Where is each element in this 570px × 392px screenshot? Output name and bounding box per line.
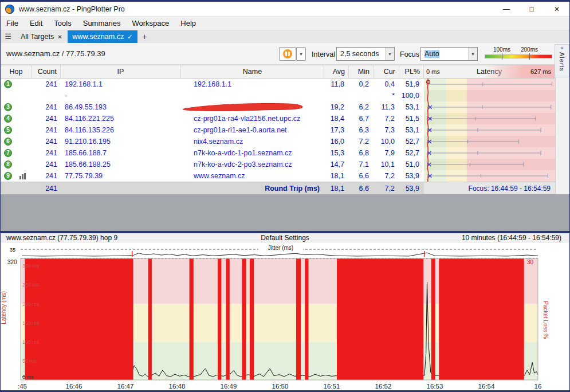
pause-button[interactable] [279, 47, 296, 61]
cell-cur: * [374, 92, 399, 100]
cell-min: 6,8 [349, 149, 374, 157]
cell-count: 241 [32, 138, 61, 146]
focus-range-text: Focus: 16:44:59 - 16:54:59 [469, 185, 551, 193]
col-header-min[interactable]: Min [349, 65, 374, 78]
tab-all-targets-label: All Targets [21, 33, 54, 41]
row-latency-graph [424, 113, 555, 124]
cell-pl: 51,0 [399, 160, 424, 168]
legend-100ms-label: 100ms [490, 46, 513, 53]
tab-all-targets[interactable]: All Targets ✕ [15, 30, 68, 43]
col-header-pl[interactable]: PL% [399, 65, 424, 78]
cell-ip: 91.210.16.195 [61, 138, 181, 146]
cell-latency [424, 79, 555, 90]
cell-min: 7,1 [349, 160, 374, 168]
table-row[interactable]: 1241192.168.1.1192.168.1.111,80,20,451,9 [1, 79, 555, 90]
table-row[interactable]: 524184.116.135.226cz-prg01a-ri1-ae1-0.ao… [1, 124, 555, 136]
col-header-count[interactable]: Count [32, 65, 61, 78]
hamburger-menu-icon[interactable]: ☰ [1, 30, 15, 43]
menu-file[interactable]: File [1, 17, 24, 30]
col-header-avg[interactable]: Avg [324, 65, 349, 78]
cell-avg: 18,4 [324, 115, 349, 123]
cell-name: 192.168.1.1 [181, 79, 324, 90]
row-latency-graph [424, 136, 555, 147]
menu-workspace[interactable]: Workspace [126, 17, 175, 30]
cell-name: nix4.seznam.cz [181, 136, 324, 147]
toolbar: www.seznam.cz / 77.75.79.39 ▼ Interval 2… [1, 43, 569, 65]
cell-avg: 15,3 [324, 149, 349, 157]
x-tick-label: 16:53 [423, 383, 446, 390]
cell-latency [424, 147, 555, 159]
cell-min: 6,6 [349, 172, 374, 180]
cell-cur: 7,3 [374, 126, 399, 134]
tab-close-icon[interactable]: ✕ [57, 34, 62, 40]
latency-timeline-chart[interactable]: 300 ms250 ms200 ms150 ms100 ms50 ms0 ms3… [1, 257, 570, 381]
x-tick-label: 16:46 [62, 383, 85, 390]
table-row[interactable]: 624191.210.16.195nix4.seznam.cz16,07,210… [1, 136, 555, 147]
col-header-ip[interactable]: IP [61, 65, 181, 78]
svg-text:0 ms: 0 ms [22, 374, 34, 380]
focus-value: Auto [424, 50, 439, 58]
menu-summaries[interactable]: Summaries [77, 17, 127, 30]
window-controls: — □ ✕ [494, 2, 569, 17]
alerts-panel-tab[interactable]: « Alerts [555, 44, 569, 77]
table-row[interactable]: 8241185.66.188.25n7k-ko-a-vdc-2-po3.sezn… [1, 159, 555, 170]
table-row[interactable]: 324186.49.55.19319,26,211,353,1 [1, 101, 555, 113]
interval-select[interactable]: 2,5 seconds ▼ [336, 47, 395, 61]
cell-ip: - [61, 92, 181, 100]
maximize-button[interactable]: □ [519, 2, 544, 17]
pause-icon [283, 49, 292, 58]
cell-count: 241 [32, 115, 61, 123]
svg-text:200 ms: 200 ms [22, 301, 40, 307]
pingplotter-window: www.seznam.cz - PingPlotter Pro — □ ✕ Fi… [0, 0, 570, 392]
left-axis-title: Latency (ms) [1, 291, 7, 324]
table-row[interactable]: 7241185.66.188.7n7k-ko-a-vdc-1-po1.sezna… [1, 147, 555, 159]
menu-tools[interactable]: Tools [48, 17, 77, 30]
col-header-name[interactable]: Name [181, 65, 324, 78]
summary-row: 241 Round Trip (ms) 18,1 6,6 7,2 53,9 Fo… [1, 182, 555, 194]
cell-min: 0,2 [349, 80, 374, 88]
x-tick-label: 16:50 [269, 383, 292, 390]
x-tick-label: 16:52 [372, 383, 395, 390]
app-logo-icon [5, 5, 14, 14]
table-row[interactable]: 924177.75.79.39www.seznam.cz18,16,67,253… [1, 170, 555, 182]
cell-pl: 52,7 [399, 138, 424, 146]
menu-help[interactable]: Help [175, 17, 202, 30]
table-row[interactable]: 424184.116.221.225cz-prg01a-ra4-vla2156.… [1, 113, 555, 124]
cell-name [181, 101, 324, 113]
hop-cell: 3 [1, 101, 32, 113]
target-address: www.seznam.cz / 77.75.79.39 [6, 49, 105, 58]
new-tab-button[interactable]: + [137, 30, 151, 43]
latency-gradient-bar [485, 54, 552, 58]
row-latency-graph [424, 79, 555, 90]
window-title: www.seznam.cz - PingPlotter Pro [19, 5, 125, 13]
svg-text:30: 30 [527, 259, 534, 265]
menu-edit[interactable]: Edit [24, 17, 48, 30]
pause-dropdown-button[interactable]: ▼ [296, 47, 306, 61]
cell-count: 241 [32, 103, 61, 111]
right-gutter [555, 65, 570, 194]
row-latency-graph [424, 101, 555, 113]
timeline-range-label: 10 minutes (16:44:59 - 16:54:59) [462, 234, 561, 242]
col-header-latency[interactable]: 0 ms Latency 627 ms [424, 65, 555, 78]
svg-text:320: 320 [7, 259, 17, 265]
hop-cell: 1 [1, 79, 32, 90]
col-header-cur[interactable]: Cur [374, 65, 399, 78]
minimize-button[interactable]: — [494, 2, 519, 17]
svg-text:150 ms: 150 ms [22, 320, 40, 326]
hop-number-badge: 7 [4, 149, 12, 157]
collapse-chevrons-icon[interactable]: « [560, 45, 564, 52]
cell-cur: 11,3 [374, 103, 399, 111]
close-button[interactable]: ✕ [544, 2, 569, 17]
col-header-hop[interactable]: Hop [1, 65, 32, 78]
tab-www-seznam-cz[interactable]: www.seznam.cz ✓ [68, 30, 138, 43]
cell-latency [424, 113, 555, 124]
cell-cur: 7,2 [374, 172, 399, 180]
cell-avg: 18,1 [324, 172, 349, 180]
cell-name: n7k-ko-a-vdc-2-po3.seznam.cz [181, 159, 324, 170]
chevron-down-icon: ▼ [385, 48, 394, 60]
cell-pl: 52,7 [399, 149, 424, 157]
table-row[interactable]: -*100,0 [1, 90, 555, 101]
summary-focus-range[interactable]: Focus: 16:44:59 - 16:54:59 [424, 182, 555, 195]
focus-select[interactable]: Auto ▼ [420, 47, 478, 61]
jitter-strip-chart: 35Jitter (ms) [1, 242, 570, 257]
